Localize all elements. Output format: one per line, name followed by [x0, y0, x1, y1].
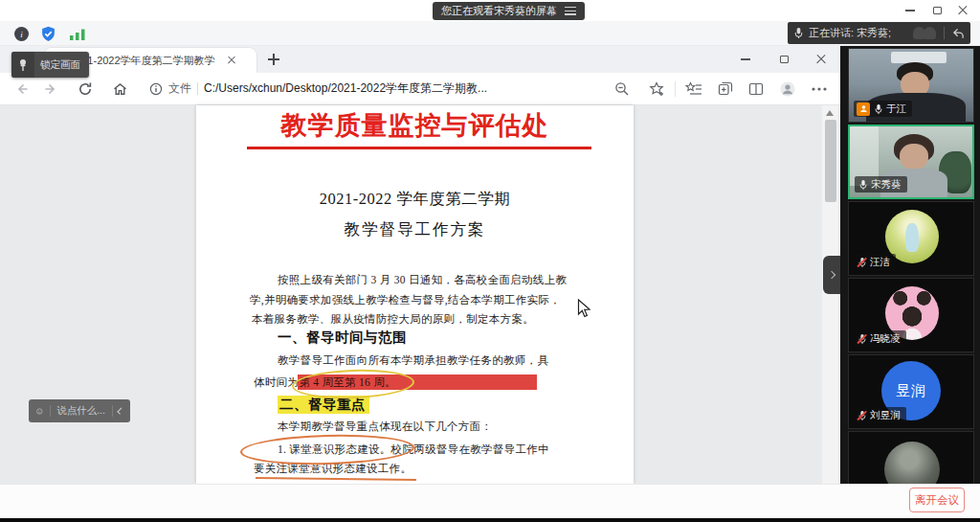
zoom-out-icon[interactable] — [614, 81, 630, 97]
close-icon[interactable] — [957, 5, 969, 16]
scrollbar-thumb[interactable] — [825, 120, 836, 202]
participant-name: 汪洁 — [870, 256, 890, 269]
watching-banner: 您正在观看宋秀葵的屏幕 — [433, 2, 585, 20]
mic-on-icon — [873, 102, 883, 115]
security-shield-icon[interactable] — [40, 26, 56, 42]
participant-name: 冯晓凌 — [870, 332, 901, 346]
tab-title: 2021-2022学年度第二学期教学 — [70, 54, 221, 68]
leave-meeting-button[interactable]: 离开会议 — [909, 488, 965, 512]
profile-avatar-icon[interactable] — [779, 80, 796, 98]
meeting-window-controls — [903, 4, 969, 17]
avatar — [924, 27, 936, 39]
reload-icon[interactable] — [71, 76, 100, 102]
meeting-window: 您正在观看宋秀葵的屏幕 i 正在讲话: 宋秀葵; — [0, 0, 980, 522]
collapse-chat-icon[interactable] — [118, 408, 124, 415]
favorites-hub-icon[interactable] — [685, 81, 702, 97]
pdf-viewer: 教学质量监控与评估处 2021-2022 学年度第二学期 教学督导工作方案 按照… — [0, 105, 840, 484]
doc-line: 教学督导工作面向所有本学期承担教学任务的教师，具 — [254, 353, 627, 368]
doc-text: 校院两级督导在教学督导工作中 — [391, 443, 549, 455]
collections-icon[interactable] — [718, 81, 733, 97]
browser-toolbar: 文件 C:/Users/xchun/Desktop/2021-2022学年度第二… — [0, 73, 840, 105]
file-scheme-label: 文件 — [168, 80, 191, 97]
document-office-header: 教学质量监控与评估处 — [196, 108, 634, 143]
more-menu-icon[interactable] — [812, 87, 827, 91]
doc-line: 本着服务教学、服从疫情防控大局的原则，制定本方案。 — [252, 312, 625, 327]
participant-tile[interactable]: 宋秀葵 — [848, 125, 974, 199]
sidebar-collapse-handle[interactable] — [823, 256, 840, 294]
speaking-indicator-panel: 正在讲话: 宋秀葵; — [788, 22, 970, 44]
doc-heading: 二、督导重点 — [254, 396, 627, 414]
restore-icon[interactable] — [930, 4, 944, 17]
participant-tile[interactable]: 冯晓凌 — [848, 278, 974, 352]
mouse-cursor — [577, 299, 592, 320]
maximize-icon[interactable] — [777, 53, 791, 66]
doc-line: 按照上级有关部门 3 月 30 日通知，各高校全面启动线上教 — [254, 273, 627, 287]
reply-arrow-icon[interactable] — [952, 28, 965, 39]
meeting-toolbar — [0, 484, 980, 518]
add-favorite-icon[interactable] — [649, 81, 665, 97]
home-icon[interactable] — [105, 76, 134, 102]
doc-line: 本学期教学督导重点体现在以下几个方面： — [254, 420, 627, 434]
split-screen-icon[interactable] — [748, 81, 764, 97]
page-info-icon[interactable] — [149, 82, 163, 96]
presenter-icon — [857, 102, 870, 116]
participant-tile[interactable]: 昱润 刘昱润 — [848, 354, 974, 429]
emoji-icon[interactable] — [36, 405, 43, 418]
speaker-mic-icon — [793, 27, 804, 39]
taskbar-edge — [0, 518, 980, 522]
watching-banner-text: 您正在观看宋秀葵的屏幕 — [441, 4, 557, 18]
url-path: C:/Users/xchun/Desktop/2021-2022学年度第二学期教… — [204, 80, 487, 97]
network-signal-icon[interactable] — [69, 28, 88, 41]
doc-line: 学,并明确要求加强线上教学检查与督导,结合本学期工作实际， — [250, 293, 623, 307]
pin-icon — [11, 52, 34, 78]
chat-input-placeholder[interactable]: 说点什么... — [56, 404, 105, 418]
tab-strip: 2021-2022学年度第二学期教学 — [0, 46, 840, 73]
participant-name: 刘昱润 — [870, 409, 901, 422]
close-icon[interactable] — [815, 54, 827, 65]
participant-tile[interactable]: 于江 — [848, 48, 974, 123]
participant-name: 宋秀葵 — [871, 178, 902, 192]
doc-heading: 一、督导时间与范围 — [254, 329, 627, 347]
address-bar[interactable]: 文件 C:/Users/xchun/Desktop/2021-2022学年度第二… — [149, 80, 675, 97]
scrollbar[interactable] — [822, 105, 838, 484]
meeting-title-bar: 您正在观看宋秀葵的屏幕 — [0, 0, 980, 21]
browser-toolbar-icons — [676, 80, 840, 98]
browser-window-controls — [739, 53, 827, 66]
lock-view-label: 锁定画面 — [40, 58, 80, 72]
mic-on-icon — [858, 178, 868, 191]
mic-muted-icon — [857, 332, 867, 345]
menu-icon[interactable] — [565, 7, 576, 15]
avatar-initials: 昱润 — [896, 382, 926, 400]
participants-sidebar: 于江 宋秀葵 汪洁 冯晓凌 昱润 — [840, 46, 980, 484]
forward-icon[interactable] — [36, 76, 65, 102]
mic-muted-icon — [857, 256, 867, 268]
minimize-icon[interactable] — [739, 53, 752, 66]
document-page: 教学质量监控与评估处 2021-2022 学年度第二学期 教学督导工作方案 按照… — [196, 105, 634, 484]
quick-chat-bar[interactable]: 说点什么... — [29, 399, 130, 422]
participant-tile[interactable]: 汪洁 — [848, 201, 974, 276]
orange-underline-annotation — [256, 477, 416, 481]
lock-view-button[interactable]: 锁定画面 — [11, 52, 89, 78]
header-divider — [247, 147, 591, 149]
minimize-icon[interactable] — [903, 4, 917, 17]
mic-muted-icon — [857, 409, 867, 421]
tab-close-icon[interactable] — [227, 56, 236, 65]
document-title-line1: 2021-2022 学年度第二学期 — [196, 189, 634, 210]
scroll-up-icon[interactable] — [826, 110, 834, 116]
document-title-line2: 教学督导工作方案 — [196, 219, 634, 240]
speaking-label: 正在讲话: 宋秀葵; — [809, 26, 891, 40]
meeting-info-icon[interactable]: i — [14, 27, 29, 41]
back-icon[interactable] — [8, 76, 36, 102]
participant-name: 于江 — [886, 102, 906, 116]
